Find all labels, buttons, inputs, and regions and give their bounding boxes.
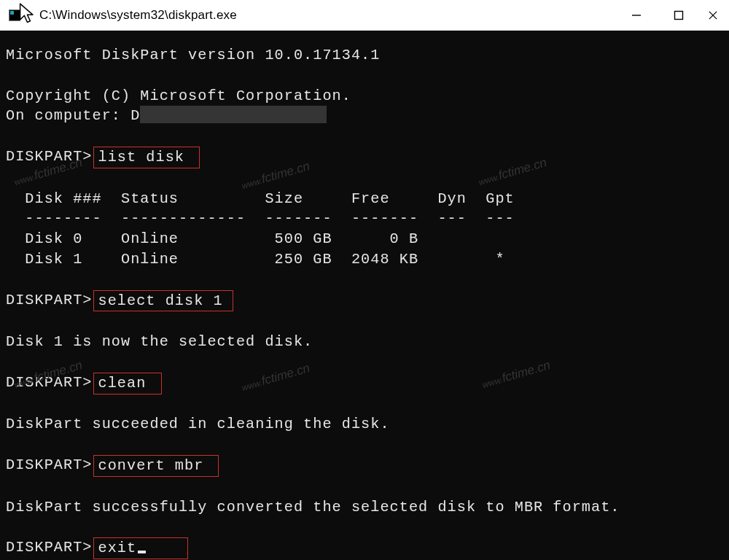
table-row: Disk 0 Online 500 GB 0 B — [6, 229, 723, 249]
close-button[interactable] — [700, 0, 729, 30]
highlight-box: exit — [93, 537, 188, 559]
prompt-line-clean: DISKPART> clean — [6, 373, 723, 394]
cmd-exit: exit — [98, 540, 136, 556]
prompt: DISKPART> — [6, 373, 92, 393]
titlebar[interactable]: C:\Windows\system32\diskpart.exe — [0, 0, 729, 31]
minimize-button[interactable] — [615, 0, 658, 30]
table-row: Disk 1 Online 250 GB 2048 KB * — [6, 249, 723, 270]
redaction-block — [140, 106, 327, 123]
prompt: DISKPART> — [6, 537, 92, 558]
text-cursor-icon — [138, 551, 146, 553]
svg-rect-1 — [10, 11, 14, 15]
computer-line: On computer: D — [6, 106, 723, 126]
prompt-line-list-disk: DISKPART> list disk — [6, 147, 723, 168]
svg-rect-3 — [675, 11, 683, 19]
window-controls — [615, 0, 729, 30]
table-divider: -------- ------------- ------- ------- -… — [6, 209, 723, 229]
msg-selected: Disk 1 is now the selected disk. — [6, 332, 723, 352]
highlight-box: select disk 1 — [93, 290, 233, 312]
maximize-button[interactable] — [658, 0, 700, 30]
highlight-box: list disk — [93, 147, 200, 168]
prompt: DISKPART> — [6, 455, 92, 475]
prompt-line-convert: DISKPART> convert mbr — [6, 455, 723, 477]
highlight-box: clean — [93, 373, 162, 394]
highlight-box: convert mbr — [93, 455, 219, 477]
cmd-select-disk: select disk 1 — [98, 292, 222, 309]
cmd-list-disk: list disk — [98, 149, 184, 166]
app-icon — [9, 9, 20, 21]
app-window: C:\Windows\system32\diskpart.exe — [0, 0, 729, 560]
terminal[interactable]: www.fctime.cn www.fctime.cn www.fctime.c… — [0, 31, 729, 560]
msg-clean: DiskPart succeeded in cleaning the disk. — [6, 414, 723, 435]
prompt: DISKPART> — [6, 290, 92, 311]
version-line: Microsoft DiskPart version 10.0.17134.1 — [6, 45, 723, 66]
table-header: Disk ### Status Size Free Dyn Gpt — [6, 189, 723, 209]
prompt-line-select-disk: DISKPART> select disk 1 — [6, 290, 723, 312]
msg-convert: DiskPart successfully converted the sele… — [6, 497, 723, 518]
cmd-clean: clean — [98, 375, 146, 392]
blank-line — [6, 66, 723, 86]
cmd-convert: convert mbr — [98, 457, 203, 474]
prompt: DISKPART> — [6, 147, 92, 167]
window-title: C:\Windows\system32\diskpart.exe — [39, 8, 237, 23]
prompt-line-exit: DISKPART> exit — [6, 537, 723, 559]
copyright-line: Copyright (C) Microsoft Corporation. — [6, 86, 723, 106]
mouse-cursor-icon — [19, 3, 36, 28]
